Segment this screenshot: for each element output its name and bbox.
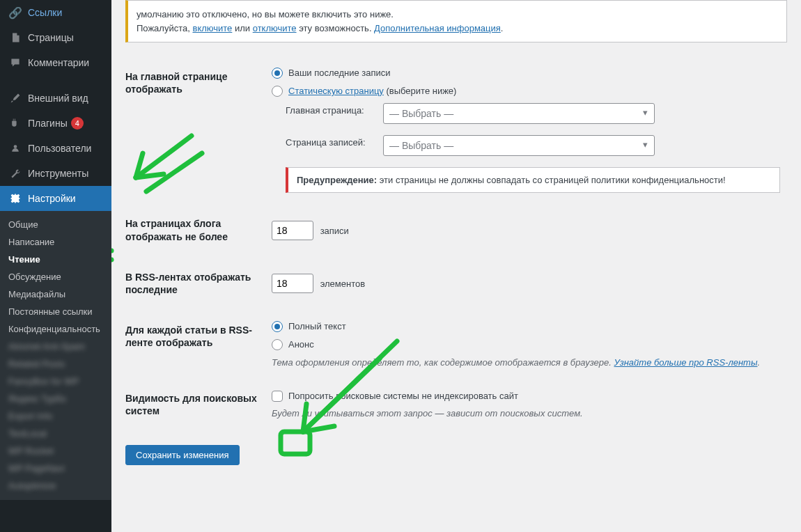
sidebar-item-users[interactable]: Пользователи (0, 136, 111, 161)
submenu-privacy[interactable]: Конфиденциальность (0, 320, 111, 338)
submenu-hidden[interactable]: WP Rocket (0, 442, 111, 460)
submenu-hidden[interactable]: Яндекс Турбо (0, 390, 111, 407)
warning-notice: Предупреждение: эти страницы не должны с… (286, 167, 780, 193)
checkbox-noindex-label[interactable]: Попросить поисковые системы не индексиро… (272, 390, 780, 402)
comments-icon (8, 56, 22, 70)
notice-more-link[interactable]: Дополнительная информация (374, 23, 501, 33)
label-posts-page: Страница записей: (286, 136, 376, 149)
submenu-media[interactable]: Медиафайлы (0, 285, 111, 303)
svg-rect-0 (281, 432, 310, 454)
radio-static-page-label[interactable]: Статическую страницу (выберите ниже) (272, 85, 780, 97)
submenu-hidden[interactable]: Autoptimize (0, 477, 111, 494)
sidebar-item-label: Пользователи (28, 143, 91, 154)
rss-description: Тема оформления определяет то, как содер… (272, 357, 780, 368)
sidebar-item-label: Инструменты (28, 168, 88, 179)
save-button[interactable]: Сохранить изменения (125, 445, 240, 465)
annotation-arrow-reading (111, 237, 118, 272)
submenu-reading[interactable]: Чтение (0, 251, 111, 268)
plugin-icon (8, 116, 22, 130)
sidebar-item-label: Комментарии (28, 57, 89, 68)
users-icon (8, 141, 22, 155)
settings-icon (8, 191, 22, 205)
pages-icon (8, 31, 22, 45)
notice-disable-link[interactable]: отключите (253, 23, 297, 33)
submenu-general[interactable]: Общие (0, 216, 111, 233)
submenu-hidden[interactable]: Related Posts (0, 355, 111, 373)
select-posts-page[interactable]: — Выбрать — (383, 135, 655, 156)
label-rss-each: Для каждой статьи в RSS-ленте отображать (125, 310, 265, 377)
label-front-page: На главной странице отображать (125, 56, 265, 203)
sidebar-item-label: Страницы (28, 32, 74, 43)
radio-static-page[interactable] (272, 86, 283, 97)
radio-full-text-label[interactable]: Полный текст (272, 320, 780, 333)
sidebar-item-label: Внешний вид (28, 93, 88, 104)
radio-summary-label[interactable]: Анонс (272, 338, 780, 351)
sidebar-item-label: Плагины (28, 118, 68, 129)
rss-learn-more-link[interactable]: Узнайте больше про RSS-ленты (614, 357, 757, 368)
radio-latest-posts-label[interactable]: Ваши последние записи (272, 67, 780, 79)
submenu-permalinks[interactable]: Постоянные ссылки (0, 303, 111, 320)
visibility-description: Будет ли учитываться этот запрос — завис… (272, 408, 780, 418)
submenu-hidden[interactable]: WP PageNavi (0, 460, 111, 477)
radio-summary[interactable] (272, 339, 283, 350)
label-visibility: Видимость для поисковых систем (125, 378, 265, 431)
notice-text: умолчанию это отключено, но вы можете вк… (137, 8, 778, 22)
submenu-writing[interactable]: Написание (0, 233, 111, 251)
plugin-update-badge: 4 (71, 117, 84, 130)
submenu-hidden[interactable]: Export Info (0, 407, 111, 425)
sidebar-item-label: Настройки (28, 193, 76, 204)
brush-icon (8, 91, 22, 105)
notice-enable-link[interactable]: включите (192, 23, 232, 33)
input-rss-count[interactable] (272, 274, 313, 293)
link-icon: 🔗 (8, 6, 22, 19)
label-blog-pages: На страницах блога отображать не более (125, 203, 265, 256)
radio-full-text[interactable] (272, 321, 283, 332)
label-rss-count: В RSS-лентах отображать последние (125, 257, 265, 310)
notice-warning: умолчанию это отключено, но вы можете вк… (125, 0, 787, 42)
checkbox-noindex[interactable] (272, 391, 283, 402)
submenu-hidden[interactable]: TextLocal (0, 425, 111, 442)
submenu-hidden[interactable]: FancyBox for WP (0, 373, 111, 390)
radio-latest-posts[interactable] (272, 68, 283, 79)
sidebar-item-appearance[interactable]: Внешний вид (0, 86, 111, 111)
sidebar-item-settings[interactable]: Настройки (0, 186, 111, 211)
sidebar-item-comments[interactable]: Комментарии (0, 50, 111, 75)
sidebar-item-pages[interactable]: Страницы (0, 25, 111, 50)
admin-sidebar: 🔗 Ссылки Страницы Комментарии Внешний ви… (0, 0, 111, 532)
blog-pages-suffix: записи (320, 226, 349, 236)
sidebar-item-label: Ссылки (28, 7, 62, 18)
submenu-discussion[interactable]: Обсуждение (0, 268, 111, 285)
sidebar-item-plugins[interactable]: Плагины 4 (0, 111, 111, 136)
label-home-page: Главная страница: (286, 104, 376, 117)
submenu-hidden[interactable]: Akismet Anti-Spam (0, 338, 111, 355)
static-page-link[interactable]: Статическую страницу (288, 86, 384, 96)
select-home-page[interactable]: — Выбрать — (383, 103, 655, 124)
sidebar-item-tools[interactable]: Инструменты (0, 161, 111, 186)
settings-submenu: Общие Написание Чтение Обсуждение Медиаф… (0, 211, 111, 500)
rss-count-suffix: элементов (320, 279, 365, 289)
input-blog-pages-count[interactable] (272, 221, 313, 240)
notice-text: Пожалуйста, включите или отключите эту в… (137, 22, 778, 36)
sidebar-item-links[interactable]: 🔗 Ссылки (0, 0, 111, 25)
wrench-icon (8, 166, 22, 180)
main-content: умолчанию это отключено, но вы можете вк… (111, 0, 801, 532)
